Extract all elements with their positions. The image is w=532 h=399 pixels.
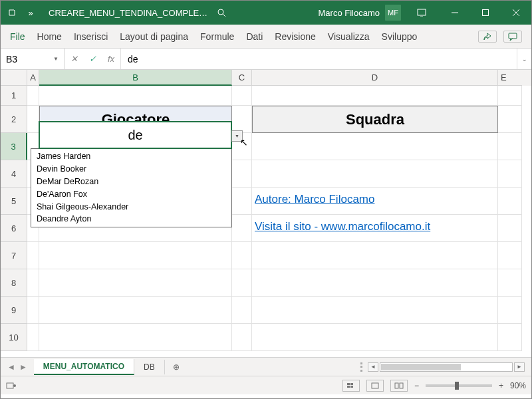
minimize-button[interactable] xyxy=(440,1,470,25)
validation-dropdown[interactable]: James Harden Devin Booker DeMar DeRozan … xyxy=(31,148,232,227)
fx-icon[interactable]: fx xyxy=(102,54,120,64)
row-header-7[interactable]: 7 xyxy=(1,242,27,269)
link-sito[interactable]: Visita il sito - www.marcofilocamo.it xyxy=(252,215,498,242)
svg-rect-15 xyxy=(372,383,378,388)
cell-reference: B3 xyxy=(6,54,17,65)
col-header-a[interactable]: A xyxy=(27,70,39,86)
zoom-slider-thumb[interactable] xyxy=(455,382,459,390)
sheet-tab-bar: ◄ ► MENU_AUTOMATICO DB ⊕ ◄ ► xyxy=(1,357,531,376)
col-header-c[interactable]: C xyxy=(232,70,252,86)
tab-split-handle[interactable] xyxy=(360,362,362,372)
formula-value: de xyxy=(128,54,138,65)
col-header-e[interactable]: E xyxy=(498,70,522,86)
hscroll-left[interactable]: ◄ xyxy=(368,362,378,372)
row-header-3[interactable]: 3 xyxy=(1,133,27,160)
svg-rect-2 xyxy=(418,9,426,15)
view-page-break-icon[interactable] xyxy=(390,380,408,392)
zoom-out-button[interactable]: − xyxy=(414,381,419,390)
view-page-layout-icon[interactable] xyxy=(366,380,384,392)
autosave-icon[interactable] xyxy=(7,8,17,17)
svg-rect-16 xyxy=(395,383,398,388)
row-header-4[interactable]: 4 xyxy=(1,160,27,188)
zoom-in-button[interactable]: + xyxy=(499,381,503,390)
dropdown-item[interactable]: James Harden xyxy=(31,150,231,163)
avatar[interactable]: MF xyxy=(385,5,401,21)
svg-rect-5 xyxy=(483,10,489,16)
tab-revisione[interactable]: Revisione xyxy=(269,27,321,46)
active-cell-value: de xyxy=(128,128,142,143)
title-bar: » CREARE_MENU_TENDINA_COMPLE… Marco Filo… xyxy=(1,1,531,25)
row-header-9[interactable]: 9 xyxy=(1,297,27,324)
dropdown-item[interactable]: Devin Booker xyxy=(31,163,231,176)
svg-rect-17 xyxy=(400,383,403,388)
close-button[interactable] xyxy=(501,1,531,25)
expand-formula-bar[interactable]: ⌄ xyxy=(517,49,531,69)
dropdown-item[interactable]: DeMar DeRozan xyxy=(31,176,231,188)
chevron-down-icon[interactable]: ▼ xyxy=(53,56,59,62)
row-header-10[interactable]: 10 xyxy=(1,324,27,351)
svg-point-10 xyxy=(13,384,16,387)
status-bar: − + 90% xyxy=(1,376,531,394)
row-header-1[interactable]: 1 xyxy=(1,86,27,106)
more-icon[interactable]: » xyxy=(26,8,35,17)
file-name: CREARE_MENU_TENDINA_COMPLE… xyxy=(45,8,207,18)
share-button[interactable] xyxy=(478,31,497,43)
record-macro-icon[interactable] xyxy=(6,381,17,390)
comments-button[interactable] xyxy=(503,31,522,43)
tab-home[interactable]: Home xyxy=(32,27,67,46)
sheet-tab-db[interactable]: DB xyxy=(134,360,165,374)
cancel-icon[interactable]: ✕ xyxy=(65,54,83,64)
user-name: Marco Filocamo xyxy=(319,8,380,18)
add-sheet-button[interactable]: ⊕ xyxy=(165,362,188,372)
svg-rect-9 xyxy=(7,383,13,388)
tab-formule[interactable]: Formule xyxy=(195,27,239,46)
dropdown-item[interactable]: De'Aaron Fox xyxy=(31,188,231,201)
cursor-icon: ↖ xyxy=(240,137,248,148)
sheet-nav-prev[interactable]: ◄ xyxy=(7,362,15,372)
scrollbar-thumb[interactable] xyxy=(381,364,461,370)
tab-visualizza[interactable]: Visualizza xyxy=(323,27,375,46)
dropdown-item[interactable]: Shai Gilgeous-Alexander xyxy=(31,201,231,213)
formula-input[interactable]: de xyxy=(121,49,517,69)
svg-rect-14 xyxy=(350,386,353,388)
hscroll-right[interactable]: ► xyxy=(514,362,525,372)
row-header-5[interactable]: 5 xyxy=(1,188,27,215)
svg-rect-11 xyxy=(347,383,350,385)
sheet-tab-active[interactable]: MENU_AUTOMATICO xyxy=(34,359,134,375)
active-cell-b3[interactable]: de ▼ ↖ xyxy=(39,121,232,149)
formula-bar: B3 ▼ ✕ ✓ fx de ⌄ xyxy=(1,49,531,70)
tab-inserisci[interactable]: Inserisci xyxy=(68,27,113,46)
col-header-b[interactable]: B xyxy=(39,70,232,86)
tab-file[interactable]: File xyxy=(5,27,31,46)
tab-dati[interactable]: Dati xyxy=(241,27,268,46)
link-autore[interactable]: Autore: Marco Filocamo xyxy=(252,188,498,215)
sheet-nav-next[interactable]: ► xyxy=(19,362,27,372)
col-header-d[interactable]: D xyxy=(252,70,498,86)
horizontal-scrollbar[interactable] xyxy=(380,362,513,372)
svg-rect-8 xyxy=(509,33,517,39)
tab-sviluppo[interactable]: Sviluppo xyxy=(376,27,423,46)
dropdown-item[interactable]: Deandre Ayton xyxy=(31,213,231,225)
header-squadra[interactable]: Squadra xyxy=(252,106,498,133)
row-header-8[interactable]: 8 xyxy=(1,269,27,297)
svg-rect-12 xyxy=(350,383,353,385)
ribbon-tabs: File Home Inserisci Layout di pagina For… xyxy=(1,25,531,49)
zoom-level[interactable]: 90% xyxy=(510,381,526,390)
spreadsheet-grid[interactable]: A B C D E 1 2GiocatoreSquadra 3 4 5Autor… xyxy=(1,70,531,357)
search-icon[interactable] xyxy=(217,8,226,17)
zoom-slider[interactable] xyxy=(426,384,492,387)
svg-point-0 xyxy=(218,9,223,15)
select-all-corner[interactable] xyxy=(1,70,27,86)
svg-line-1 xyxy=(223,14,225,17)
name-box[interactable]: B3 ▼ xyxy=(1,49,65,69)
ribbon-display-icon[interactable] xyxy=(406,1,437,25)
enter-icon[interactable]: ✓ xyxy=(83,54,102,64)
row-header-6[interactable]: 6 xyxy=(1,215,27,242)
tab-layout[interactable]: Layout di pagina xyxy=(114,27,194,46)
maximize-button[interactable] xyxy=(470,1,501,25)
svg-rect-13 xyxy=(347,386,350,388)
row-header-2[interactable]: 2 xyxy=(1,106,27,133)
view-normal-icon[interactable] xyxy=(342,380,360,392)
